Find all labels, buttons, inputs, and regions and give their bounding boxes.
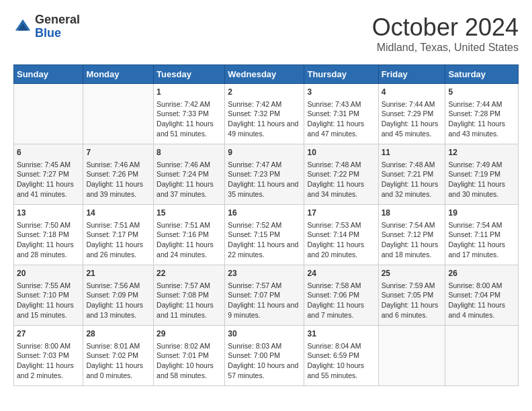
cell-content: Daylight: 11 hours and 0 minutes. [86, 361, 150, 380]
cell-content: Daylight: 11 hours and 34 minutes. [307, 179, 375, 199]
day-number: 19 [448, 208, 515, 219]
cell-content: Sunset: 7:22 PM [307, 169, 375, 179]
cell-content: Sunrise: 8:03 AM [228, 341, 301, 351]
cell-content: Sunset: 7:02 PM [86, 351, 150, 361]
calendar-cell: 25Sunrise: 7:59 AMSunset: 7:05 PMDayligh… [378, 265, 445, 326]
calendar-week-2: 6Sunrise: 7:45 AMSunset: 7:27 PMDaylight… [14, 144, 519, 205]
calendar-cell: 4Sunrise: 7:44 AMSunset: 7:29 PMDaylight… [378, 84, 445, 144]
calendar-cell: 5Sunrise: 7:44 AMSunset: 7:28 PMDaylight… [445, 84, 519, 144]
cell-content: Daylight: 11 hours and 24 minutes. [157, 240, 222, 259]
cell-content: Daylight: 11 hours and 45 minutes. [382, 119, 443, 138]
day-number: 18 [382, 208, 443, 219]
cell-content: Sunset: 7:31 PM [307, 109, 375, 119]
cell-content: Sunrise: 7:54 AM [448, 220, 515, 230]
cell-content: Sunrise: 7:57 AM [157, 281, 222, 291]
calendar-cell: 9Sunrise: 7:47 AMSunset: 7:23 PMDaylight… [225, 144, 304, 205]
header-row: SundayMondayTuesdayWednesdayThursdayFrid… [14, 65, 519, 84]
calendar-cell: 30Sunrise: 8:03 AMSunset: 7:00 PMDayligh… [225, 326, 304, 386]
calendar-table: SundayMondayTuesdayWednesdayThursdayFrid… [13, 64, 519, 386]
cell-content: Daylight: 10 hours and 57 minutes. [228, 361, 301, 380]
day-number: 13 [17, 208, 80, 219]
cell-content: Daylight: 11 hours and 9 minutes. [228, 300, 301, 320]
calendar-cell: 10Sunrise: 7:48 AMSunset: 7:22 PMDayligh… [304, 144, 378, 205]
calendar-cell: 1Sunrise: 7:42 AMSunset: 7:33 PMDaylight… [154, 84, 225, 144]
day-number: 26 [448, 268, 515, 279]
cell-content: Sunrise: 7:46 AM [157, 160, 222, 170]
day-number: 16 [228, 208, 301, 219]
cell-content: Sunrise: 8:02 AM [157, 341, 222, 351]
cell-content: Sunrise: 7:51 AM [157, 220, 222, 230]
day-number: 11 [382, 147, 443, 158]
cell-content: Daylight: 11 hours and 11 minutes. [157, 300, 222, 320]
day-number: 12 [448, 147, 515, 158]
calendar-cell: 16Sunrise: 7:52 AMSunset: 7:15 PMDayligh… [225, 205, 304, 265]
header-day-sunday: Sunday [14, 65, 83, 84]
day-number: 7 [86, 147, 150, 158]
cell-content: Daylight: 11 hours and 51 minutes. [157, 119, 222, 138]
day-number: 20 [17, 268, 80, 279]
cell-content: Daylight: 11 hours and 43 minutes. [448, 119, 515, 138]
cell-content: Sunset: 7:18 PM [17, 230, 80, 240]
header-day-monday: Monday [83, 65, 154, 84]
cell-content: Sunset: 7:17 PM [86, 230, 150, 240]
cell-content: Sunrise: 7:47 AM [228, 160, 301, 170]
cell-content: Sunrise: 7:44 AM [382, 99, 443, 109]
cell-content: Sunrise: 7:55 AM [17, 281, 80, 291]
calendar-week-3: 13Sunrise: 7:50 AMSunset: 7:18 PMDayligh… [14, 205, 519, 265]
calendar-cell: 11Sunrise: 7:48 AMSunset: 7:21 PMDayligh… [378, 144, 445, 205]
cell-content: Sunset: 7:26 PM [86, 169, 150, 179]
cell-content: Daylight: 11 hours and 39 minutes. [86, 179, 150, 199]
location: Midland, Texas, United States [372, 42, 519, 54]
cell-content: Sunset: 7:23 PM [228, 169, 301, 179]
calendar-cell: 29Sunrise: 8:02 AMSunset: 7:01 PMDayligh… [154, 326, 225, 386]
cell-content: Sunset: 7:15 PM [228, 230, 301, 240]
day-number: 6 [17, 147, 80, 158]
calendar-header: SundayMondayTuesdayWednesdayThursdayFrid… [14, 65, 519, 84]
cell-content: Sunrise: 7:42 AM [228, 99, 301, 109]
day-number: 1 [157, 87, 222, 98]
cell-content: Sunset: 7:03 PM [17, 351, 80, 361]
cell-content: Sunrise: 7:50 AM [17, 220, 80, 230]
calendar-cell: 3Sunrise: 7:43 AMSunset: 7:31 PMDaylight… [304, 84, 378, 144]
cell-content: Daylight: 11 hours and 30 minutes. [448, 179, 515, 199]
cell-content: Sunset: 7:32 PM [228, 109, 301, 119]
cell-content: Sunset: 7:16 PM [157, 230, 222, 240]
day-number: 24 [307, 268, 375, 279]
header-day-friday: Friday [378, 65, 445, 84]
calendar-cell: 8Sunrise: 7:46 AMSunset: 7:24 PMDaylight… [154, 144, 225, 205]
cell-content: Sunrise: 8:01 AM [86, 341, 150, 351]
cell-content: Daylight: 11 hours and 6 minutes. [382, 300, 443, 320]
calendar-body: 1Sunrise: 7:42 AMSunset: 7:33 PMDaylight… [14, 84, 519, 386]
calendar-cell: 15Sunrise: 7:51 AMSunset: 7:16 PMDayligh… [154, 205, 225, 265]
cell-content: Sunset: 7:28 PM [448, 109, 515, 119]
cell-content: Sunset: 7:10 PM [17, 290, 80, 300]
cell-content: Sunset: 7:00 PM [228, 351, 301, 361]
title-area: October 2024 Midland, Texas, United Stat… [372, 13, 519, 54]
cell-content: Sunset: 7:14 PM [307, 230, 375, 240]
cell-content: Sunrise: 7:42 AM [157, 99, 222, 109]
cell-content: Daylight: 11 hours and 22 minutes. [228, 240, 301, 259]
logo-general: General [35, 13, 80, 26]
cell-content: Sunrise: 7:48 AM [382, 160, 443, 170]
calendar-cell: 20Sunrise: 7:55 AMSunset: 7:10 PMDayligh… [14, 265, 83, 326]
cell-content: Sunrise: 7:43 AM [307, 99, 375, 109]
calendar-week-5: 27Sunrise: 8:00 AMSunset: 7:03 PMDayligh… [14, 326, 519, 386]
cell-content: Sunrise: 8:04 AM [307, 341, 375, 351]
calendar-cell [14, 84, 83, 144]
cell-content: Sunset: 7:04 PM [448, 290, 515, 300]
cell-content: Sunset: 6:59 PM [307, 351, 375, 361]
calendar-week-1: 1Sunrise: 7:42 AMSunset: 7:33 PMDaylight… [14, 84, 519, 144]
calendar-cell: 19Sunrise: 7:54 AMSunset: 7:11 PMDayligh… [445, 205, 519, 265]
cell-content: Sunrise: 7:56 AM [86, 281, 150, 291]
page-header: General Blue October 2024 Midland, Texas… [13, 13, 519, 54]
cell-content: Daylight: 11 hours and 32 minutes. [382, 179, 443, 199]
cell-content: Sunrise: 7:45 AM [17, 160, 80, 170]
cell-content: Daylight: 11 hours and 15 minutes. [17, 300, 80, 320]
logo: General Blue [13, 13, 80, 40]
day-number: 15 [157, 208, 222, 219]
cell-content: Sunset: 7:12 PM [382, 230, 443, 240]
day-number: 29 [157, 328, 222, 340]
day-number: 3 [307, 87, 375, 98]
cell-content: Sunset: 7:19 PM [448, 169, 515, 179]
cell-content: Sunrise: 7:54 AM [382, 220, 443, 230]
